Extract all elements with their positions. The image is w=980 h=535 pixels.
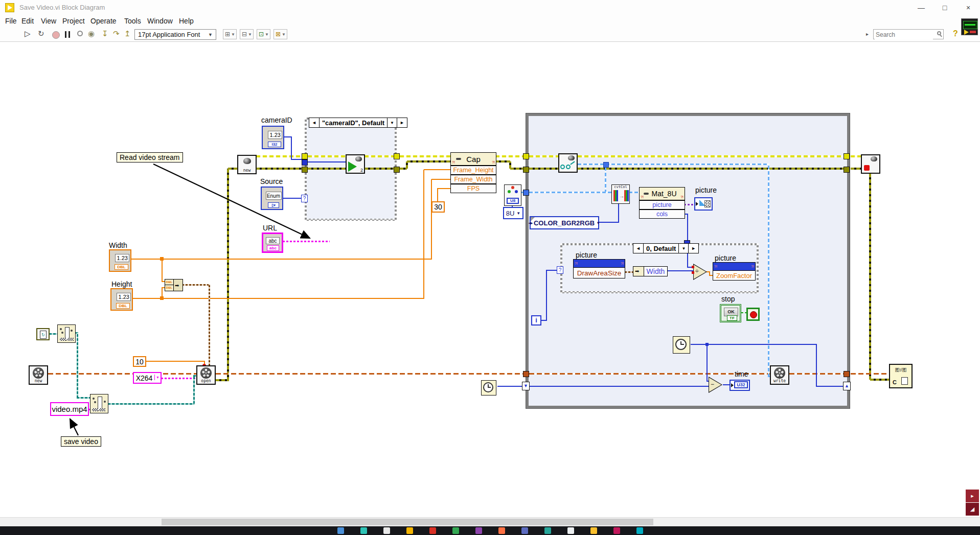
menu-view[interactable]: View bbox=[41, 17, 56, 25]
constant-color-mode[interactable]: ◂▸ COLOR_BGR2RGB ▼ bbox=[530, 216, 599, 229]
taskbar-app-icon[interactable] bbox=[452, 527, 459, 534]
vi-mat-type[interactable]: U8 bbox=[504, 184, 521, 206]
resize-objects-button[interactable]: ⊡▼ bbox=[257, 29, 270, 39]
close-button[interactable]: × bbox=[956, 0, 980, 15]
retain-wire-values-icon[interactable]: ◉ bbox=[88, 29, 95, 38]
cap-fps[interactable]: FPS bbox=[450, 184, 496, 193]
taskbar-app-icon[interactable] bbox=[590, 527, 597, 534]
tunnel-camera-id[interactable] bbox=[302, 159, 308, 166]
align-objects-button[interactable]: ⊞▼ bbox=[223, 29, 237, 39]
mat-picture-row[interactable]: picture bbox=[639, 200, 685, 210]
taskbar-app-icon[interactable] bbox=[406, 527, 413, 534]
vi-current-path[interactable]: ↻ bbox=[36, 328, 50, 340]
loop-condition-terminal[interactable] bbox=[746, 308, 760, 321]
loop-iteration-terminal[interactable]: i bbox=[531, 315, 541, 325]
vi-camera-open[interactable]: 2 bbox=[346, 154, 365, 174]
vi-build-path[interactable] bbox=[90, 394, 108, 413]
vi-tick-count[interactable] bbox=[673, 336, 690, 354]
vi-camera-release[interactable] bbox=[861, 154, 880, 174]
cap-frame-width[interactable]: Frame_Width bbox=[450, 175, 496, 184]
case-label-camera[interactable]: ◄ "cameraID", Default ▼ ► bbox=[309, 118, 407, 128]
help-icon[interactable]: ? bbox=[953, 29, 958, 38]
tunnel-error-out[interactable] bbox=[394, 167, 400, 173]
cap-frame-height[interactable]: Frame_Height bbox=[450, 166, 496, 175]
source-label[interactable]: Source bbox=[260, 177, 283, 185]
picture-write-label[interactable]: picture bbox=[715, 254, 736, 262]
vi-strip-path[interactable] bbox=[57, 324, 76, 343]
unbundle-node[interactable]: ➡ bbox=[633, 266, 644, 276]
taskbar-app-icon[interactable] bbox=[544, 527, 551, 534]
abort-button[interactable] bbox=[52, 31, 60, 39]
distribute-objects-button[interactable]: ⊟▼ bbox=[240, 29, 254, 39]
menu-help[interactable]: Help bbox=[179, 17, 194, 25]
case-selector-terminal-zoom[interactable]: ? bbox=[557, 266, 563, 274]
taskbar-app-icon[interactable] bbox=[498, 527, 505, 534]
font-selector[interactable]: 17pt Application Font ▼ bbox=[134, 29, 216, 40]
source-control[interactable]: Enum ▯▾ bbox=[261, 187, 283, 210]
case-next-icon[interactable]: ► bbox=[397, 118, 407, 127]
cameraid-label[interactable]: cameraID bbox=[261, 116, 292, 124]
shift-register-left[interactable]: ▼ bbox=[522, 382, 530, 390]
vi-cvt-color[interactable]: cvtCol → bbox=[611, 184, 630, 204]
url-label[interactable]: URL bbox=[263, 224, 277, 232]
mat-cols-row[interactable]: cols bbox=[639, 210, 685, 219]
constant-codec[interactable]: X264 ▼ bbox=[133, 372, 162, 384]
case-dropdown-icon[interactable]: ▼ bbox=[388, 118, 397, 127]
taskbar-app-icon[interactable] bbox=[383, 527, 390, 534]
vi-writer-write[interactable]: write bbox=[770, 365, 789, 385]
taskbar[interactable] bbox=[0, 526, 980, 535]
vi-camera-read[interactable] bbox=[558, 153, 578, 173]
vi-icon[interactable] bbox=[961, 18, 978, 35]
width-control[interactable]: 1.23 DBL bbox=[109, 249, 131, 272]
picture-indicator-label[interactable]: picture bbox=[695, 186, 717, 194]
maximize-button[interactable]: □ bbox=[933, 0, 956, 15]
menu-file[interactable]: File bbox=[5, 17, 17, 25]
tunnel-camera-ref[interactable] bbox=[302, 153, 308, 159]
minimize-button[interactable]: — bbox=[909, 0, 933, 15]
constant-10[interactable]: 10 bbox=[133, 356, 146, 367]
tunnel-mat-type[interactable] bbox=[523, 190, 529, 196]
menu-window[interactable]: Window bbox=[147, 17, 173, 25]
step-out-icon[interactable]: ↥ bbox=[124, 29, 131, 38]
dropdown-icon[interactable]: ▼ bbox=[596, 221, 600, 225]
horizontal-scrollbar[interactable] bbox=[0, 517, 980, 526]
vi-writer-new[interactable]: new bbox=[29, 365, 48, 385]
taskbar-app-icon[interactable] bbox=[636, 527, 643, 534]
menu-edit[interactable]: Edit bbox=[21, 17, 34, 25]
case-selector-terminal[interactable]: ? bbox=[301, 195, 308, 202]
stop-label[interactable]: stop bbox=[721, 295, 735, 303]
constant-filename[interactable]: video.mp4 bbox=[50, 402, 89, 416]
run-continuous-button[interactable]: ↻ bbox=[38, 29, 44, 38]
taskbar-app-icon[interactable] bbox=[567, 527, 574, 534]
taskbar-app-icon[interactable] bbox=[429, 527, 436, 534]
highlight-execution-icon[interactable] bbox=[77, 31, 83, 36]
dropdown-icon[interactable]: ▼ bbox=[154, 375, 160, 380]
vi-error-handler[interactable]: 图!/图 C bbox=[889, 364, 913, 388]
case-label-zoom[interactable]: ◄ 0, Default ▼ ► bbox=[633, 243, 699, 253]
taskbar-app-icon[interactable] bbox=[613, 527, 620, 534]
dropdown-icon[interactable]: ▼ bbox=[516, 211, 520, 216]
reorder-button[interactable]: ⊠▼ bbox=[274, 29, 287, 39]
taskbar-app-icon[interactable] bbox=[521, 527, 528, 534]
shift-register-right[interactable]: ▲ bbox=[843, 382, 851, 390]
bundle-node[interactable]: DBL DBL ➡ bbox=[165, 279, 183, 291]
taskbar-app-icon[interactable] bbox=[337, 527, 344, 534]
menu-project[interactable]: Project bbox=[62, 17, 85, 25]
menu-tools[interactable]: Tools bbox=[124, 17, 141, 25]
picture-read-label[interactable]: picture bbox=[576, 251, 597, 259]
width-label[interactable]: Width bbox=[109, 241, 127, 249]
time-indicator[interactable]: U32 bbox=[730, 380, 750, 391]
case-prev-icon[interactable]: ◄ bbox=[633, 244, 644, 253]
overlay-button-record[interactable]: ▸ bbox=[966, 490, 979, 502]
constant-30[interactable]: 30 bbox=[431, 201, 445, 213]
height-label[interactable]: Height bbox=[111, 280, 132, 288]
annotation-read-stream[interactable]: Read video stream bbox=[117, 152, 183, 162]
vi-writer-open[interactable]: open bbox=[196, 365, 216, 385]
overlay-button-snip[interactable]: ◢ bbox=[966, 503, 979, 516]
constant-depth[interactable]: 8U ▼ bbox=[503, 207, 523, 219]
picture-zoomfactor-row[interactable]: ZoomFactor bbox=[713, 270, 756, 281]
case-dropdown-icon[interactable]: ▼ bbox=[679, 244, 689, 253]
scrollbar-thumb[interactable] bbox=[162, 519, 653, 525]
run-button[interactable]: ▷ bbox=[25, 29, 31, 38]
case-prev-icon[interactable]: ◄ bbox=[309, 118, 320, 127]
